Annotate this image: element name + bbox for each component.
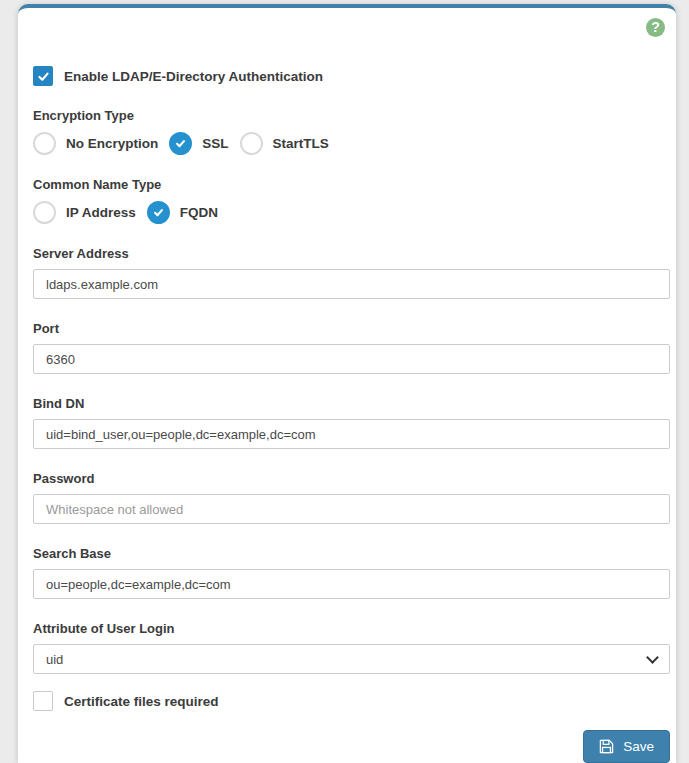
port-input[interactable] <box>33 344 670 374</box>
attribute-of-user-login-select-wrap: uid <box>33 636 670 674</box>
save-button-label: Save <box>623 739 654 754</box>
radio-circle[interactable] <box>33 201 56 224</box>
radio-ip-address[interactable]: IP Address <box>33 201 136 224</box>
radio-starttls[interactable]: StartTLS <box>240 132 329 155</box>
encryption-type-group: No Encryption SSL StartTLS <box>33 132 670 155</box>
radio-fqdn[interactable]: FQDN <box>147 201 218 224</box>
save-icon <box>599 739 614 754</box>
radio-ssl-label: SSL <box>202 136 228 151</box>
ldap-settings-panel: ? Enable LDAP/E-Directory Authentication… <box>18 4 676 763</box>
server-address-input[interactable] <box>33 269 670 299</box>
radio-circle[interactable] <box>240 132 263 155</box>
radio-circle-selected[interactable] <box>147 201 170 224</box>
radio-no-encryption-label: No Encryption <box>66 136 158 151</box>
radio-circle[interactable] <box>33 132 56 155</box>
common-name-type-label: Common Name Type <box>33 177 670 192</box>
radio-starttls-label: StartTLS <box>273 136 329 151</box>
certificate-files-checkbox-row[interactable]: Certificate files required <box>33 691 670 711</box>
panel-header: ? <box>33 18 670 37</box>
server-address-label: Server Address <box>33 246 670 261</box>
attribute-of-user-login-label: Attribute of User Login <box>33 621 670 636</box>
check-icon <box>37 70 50 83</box>
enable-ldap-checkbox[interactable] <box>33 66 53 86</box>
password-input[interactable] <box>33 494 670 524</box>
radio-fqdn-label: FQDN <box>180 205 218 220</box>
port-label: Port <box>33 321 670 336</box>
radio-ssl[interactable]: SSL <box>169 132 228 155</box>
bind-dn-label: Bind DN <box>33 396 670 411</box>
enable-ldap-checkbox-row[interactable]: Enable LDAP/E-Directory Authentication <box>33 66 670 86</box>
attribute-of-user-login-select[interactable]: uid <box>33 644 670 674</box>
password-label: Password <box>33 471 670 486</box>
search-base-input[interactable] <box>33 569 670 599</box>
actions-row: Save <box>33 730 670 763</box>
search-base-label: Search Base <box>33 546 670 561</box>
check-icon <box>153 207 164 218</box>
common-name-type-group: IP Address FQDN <box>33 201 670 224</box>
radio-ip-address-label: IP Address <box>66 205 136 220</box>
encryption-type-label: Encryption Type <box>33 108 670 123</box>
help-icon[interactable]: ? <box>646 18 665 37</box>
check-icon <box>175 138 186 149</box>
save-button[interactable]: Save <box>583 730 670 763</box>
enable-ldap-label: Enable LDAP/E-Directory Authentication <box>64 69 323 84</box>
bind-dn-input[interactable] <box>33 419 670 449</box>
radio-circle-selected[interactable] <box>169 132 192 155</box>
certificate-files-checkbox[interactable] <box>33 691 53 711</box>
radio-no-encryption[interactable]: No Encryption <box>33 132 158 155</box>
certificate-files-label: Certificate files required <box>64 694 219 709</box>
